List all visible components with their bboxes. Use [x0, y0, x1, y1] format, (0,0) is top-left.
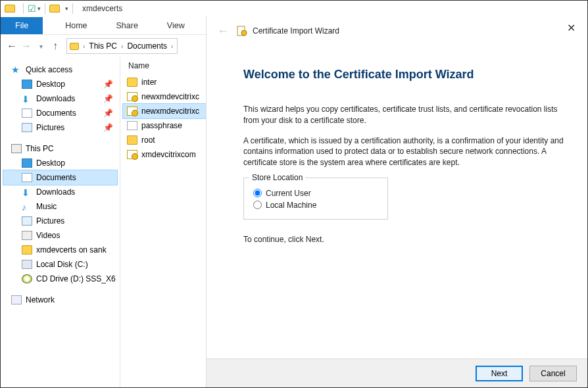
folder-icon [127, 135, 137, 145]
sidebar-this-pc[interactable]: This PC [3, 141, 117, 156]
nav-pane: ★ Quick access Desktop📌 ⬇Downloads📌 Docu… [1, 57, 120, 387]
desktop-icon [22, 158, 32, 168]
window-title: xmdevcerts [82, 4, 122, 13]
chevron-right-icon[interactable]: › [170, 43, 174, 50]
downloads-icon: ⬇ [22, 94, 32, 103]
sidebar-item-desktop[interactable]: Desktop [3, 156, 117, 170]
wizard-paragraph: A certificate, which is issued by a cert… [243, 135, 566, 168]
qat-newfolder-icon[interactable] [49, 5, 60, 12]
app-folder-icon [5, 5, 15, 12]
pin-icon: 📌 [103, 109, 113, 118]
wizard-continue-text: To continue, click Next. [243, 234, 566, 245]
sidebar-label: CD Drive (D:) SSS_X6 [36, 274, 116, 283]
nav-back-button[interactable]: ← [5, 39, 19, 53]
sidebar-network[interactable]: Network [3, 293, 117, 307]
cancel-button[interactable]: Cancel [529, 366, 577, 381]
sidebar-label: Desktop [36, 158, 65, 168]
file-name: passphrase [141, 121, 182, 130]
sidebar-item-documents[interactable]: Documents [3, 170, 117, 185]
sidebar-item-downloads[interactable]: ⬇Downloads📌 [3, 91, 117, 106]
store-location-group: Store Location Current User Local Machin… [243, 178, 388, 220]
disk-icon [22, 260, 32, 269]
tab-home[interactable]: Home [51, 17, 101, 34]
close-button[interactable]: ✕ [561, 20, 581, 35]
sidebar-item-music[interactable]: ♪Music [3, 199, 117, 214]
certificate-wizard-dialog: ✕ ← Certificate Import Wizard Welcome to… [206, 16, 587, 387]
sidebar-item-documents[interactable]: Documents📌 [3, 106, 117, 120]
sidebar-item-downloads[interactable]: ⬇Downloads [3, 185, 117, 199]
svg-point-1 [241, 30, 247, 36]
document-icon [22, 173, 32, 182]
qat-dropdown-icon[interactable]: ▾ [37, 5, 41, 12]
sidebar-label: Downloads [36, 187, 75, 197]
wizard-title: Certificate Import Wizard [253, 26, 339, 36]
sidebar-label: Downloads [36, 94, 75, 103]
breadcrumb-thispc[interactable]: This PC [86, 41, 120, 51]
certificate-icon [127, 107, 137, 116]
sidebar-label: Documents [36, 109, 76, 118]
sidebar-label: Network [26, 295, 55, 304]
wizard-heading: Welcome to the Certificate Import Wizard [243, 68, 566, 82]
certificate-icon [127, 92, 137, 101]
sidebar-item-netshare[interactable]: xmdevcerts on sank [3, 243, 117, 257]
qat-separator [72, 3, 73, 14]
folder-icon [22, 245, 32, 255]
file-name: newxmdevcitrixc [141, 92, 199, 101]
tab-view[interactable]: View [153, 17, 199, 34]
qat-customize-icon[interactable]: ▾ [65, 5, 68, 12]
sidebar-quick-access[interactable]: ★ Quick access [3, 62, 117, 77]
sidebar-label: Documents [36, 173, 76, 182]
radio-input[interactable] [253, 201, 262, 209]
sidebar-label: Pictures [36, 216, 64, 226]
sidebar-item-localdisk[interactable]: Local Disk (C:) [3, 257, 117, 272]
sidebar-item-videos[interactable]: Videos [3, 228, 117, 243]
document-icon [22, 109, 32, 118]
wizard-header: ← Certificate Import Wizard [207, 16, 587, 45]
file-name: xmdevcitrixcom [141, 150, 196, 159]
sidebar-item-pictures[interactable]: Pictures📌 [3, 120, 117, 135]
sidebar-label: Quick access [26, 65, 72, 74]
pin-icon: 📌 [103, 94, 113, 103]
pin-icon: 📌 [103, 80, 113, 89]
nav-up-button[interactable]: ↑ [48, 39, 62, 53]
address-bar[interactable]: › This PC › Documents › [66, 38, 178, 54]
address-folder-icon [70, 43, 79, 50]
tab-file[interactable]: File [1, 17, 43, 34]
wizard-body: Welcome to the Certificate Import Wizard… [207, 45, 587, 245]
group-legend: Store Location [249, 173, 305, 182]
sidebar-label: Music [36, 202, 57, 211]
radio-local-machine[interactable]: Local Machine [253, 201, 378, 210]
qat-properties-icon[interactable]: ☑ [28, 4, 36, 13]
nav-forward-button: → [19, 39, 34, 53]
file-name: root [141, 135, 155, 145]
downloads-icon: ⬇ [22, 187, 32, 197]
pc-icon [11, 144, 22, 153]
tab-share[interactable]: Share [102, 17, 153, 34]
sidebar-label: Pictures [36, 123, 64, 132]
sidebar-label: Local Disk (C:) [36, 260, 88, 269]
certificate-icon [127, 150, 137, 159]
radio-input[interactable] [253, 189, 262, 197]
radio-label: Current User [266, 189, 311, 198]
star-icon: ★ [11, 65, 22, 74]
sidebar-label: This PC [26, 144, 54, 153]
pictures-icon [22, 123, 32, 132]
breadcrumb-documents[interactable]: Documents [124, 41, 170, 51]
chevron-right-icon[interactable]: › [120, 43, 124, 50]
chevron-right-icon[interactable]: › [82, 43, 86, 50]
sidebar-item-cddrive[interactable]: CD Drive (D:) SSS_X6 [3, 272, 117, 286]
sidebar-item-pictures[interactable]: Pictures [3, 214, 117, 228]
sidebar-label: Videos [36, 231, 60, 240]
next-button[interactable]: Next [476, 366, 523, 381]
title-bar: ☑ ▾ ▾ xmdevcerts [1, 1, 587, 16]
pin-icon: 📌 [103, 123, 113, 132]
qat-separator [23, 3, 24, 14]
textfile-icon [127, 121, 137, 130]
file-name: inter [141, 78, 157, 87]
wizard-footer: Next Cancel [207, 358, 587, 387]
radio-current-user[interactable]: Current User [253, 189, 378, 198]
sidebar-label: xmdevcerts on sank [36, 245, 107, 255]
sidebar-item-desktop[interactable]: Desktop📌 [3, 77, 117, 91]
music-icon: ♪ [22, 202, 32, 211]
nav-recent-dropdown[interactable]: ▾ [34, 39, 48, 53]
